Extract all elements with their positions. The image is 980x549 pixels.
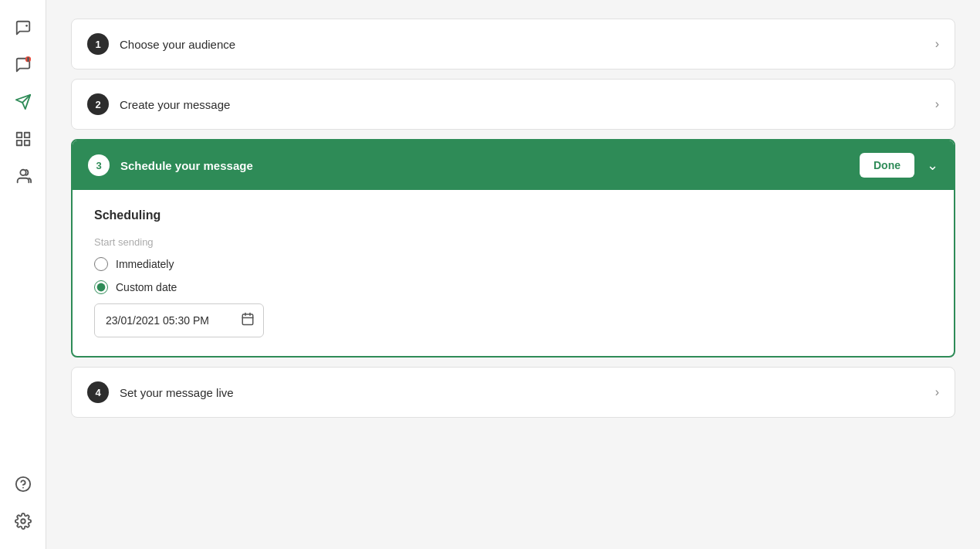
step-2-number: 2 xyxy=(87,93,109,115)
dashboard-icon[interactable] xyxy=(8,124,39,154)
step-3-chevron-icon: ⌄ xyxy=(927,157,938,174)
contacts-icon[interactable] xyxy=(8,161,39,191)
step-1-title: Choose your audience xyxy=(120,38,235,51)
svg-rect-13 xyxy=(242,314,253,325)
calendar-icon[interactable] xyxy=(241,312,255,329)
immediately-label: Immediately xyxy=(116,258,174,270)
step-3-card: 3 Schedule your message Done ⌄ Schedulin… xyxy=(71,139,955,358)
step-4-chevron-icon: › xyxy=(935,385,939,399)
scheduling-title: Scheduling xyxy=(94,208,932,222)
svg-point-12 xyxy=(21,519,25,524)
sidebar-bottom xyxy=(8,469,39,537)
svg-rect-5 xyxy=(16,133,21,137)
sidebar: ! xyxy=(0,0,46,549)
main-content: 1 Choose your audience › 2 Create your m… xyxy=(46,0,980,549)
custom-date-radio[interactable] xyxy=(94,280,108,294)
svg-rect-8 xyxy=(24,141,29,145)
step-1-card: 1 Choose your audience › xyxy=(71,19,955,69)
step-2-header[interactable]: 2 Create your message › xyxy=(72,80,955,129)
step-2-chevron-icon: › xyxy=(935,97,939,111)
step-3-number: 3 xyxy=(88,154,110,176)
step-3-header[interactable]: 3 Schedule your message Done ⌄ xyxy=(73,141,954,190)
step-3-body: Scheduling Start sending Immediately Cus… xyxy=(73,190,954,356)
step-2-title: Create your message xyxy=(120,98,230,111)
done-button[interactable]: Done xyxy=(860,153,914,178)
svg-point-0 xyxy=(25,25,28,27)
date-input[interactable] xyxy=(106,314,241,327)
step-1-number: 1 xyxy=(87,33,109,55)
step-4-number: 4 xyxy=(87,381,109,403)
support-icon[interactable] xyxy=(8,469,39,500)
messages-icon[interactable]: ! xyxy=(8,49,39,80)
step-3-actions: Done ⌄ xyxy=(860,153,938,178)
svg-rect-7 xyxy=(16,141,21,145)
custom-date-label: Custom date xyxy=(116,281,177,293)
step-4-title: Set your message live xyxy=(120,386,234,399)
step-2-header-left: 2 Create your message xyxy=(87,93,230,115)
date-input-wrapper[interactable] xyxy=(94,303,264,337)
step-1-chevron-icon: › xyxy=(935,37,939,51)
svg-point-9 xyxy=(20,170,25,175)
step-1-header-left: 1 Choose your audience xyxy=(87,33,235,55)
send-icon[interactable] xyxy=(8,86,39,117)
step-2-card: 2 Create your message › xyxy=(71,79,955,130)
settings-icon[interactable] xyxy=(8,506,39,537)
custom-date-option[interactable]: Custom date xyxy=(94,280,932,294)
immediately-option[interactable]: Immediately xyxy=(94,257,932,271)
chat-icon[interactable] xyxy=(8,12,39,43)
svg-rect-6 xyxy=(24,133,29,137)
immediately-radio[interactable] xyxy=(94,257,108,271)
start-sending-label: Start sending xyxy=(94,236,932,248)
step-4-header-left: 4 Set your message live xyxy=(87,381,234,403)
step-3-title: Schedule your message xyxy=(120,159,253,172)
step-3-header-left: 3 Schedule your message xyxy=(88,154,253,176)
step-4-card: 4 Set your message live › xyxy=(71,367,955,418)
sidebar-top: ! xyxy=(8,12,39,191)
step-1-header[interactable]: 1 Choose your audience › xyxy=(72,19,955,69)
step-4-header[interactable]: 4 Set your message live › xyxy=(72,368,955,417)
